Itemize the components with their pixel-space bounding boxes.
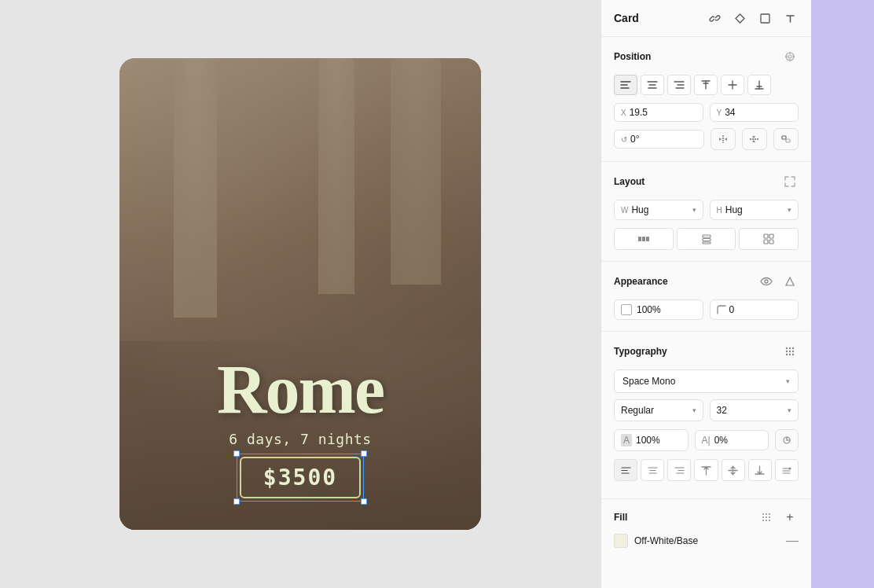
scale-tracking-row: A 100% A| 0% xyxy=(614,429,799,451)
svg-point-41 xyxy=(792,347,794,349)
height-label: H xyxy=(717,206,722,215)
svg-point-46 xyxy=(789,354,791,355)
corner-radius-icon xyxy=(717,305,726,314)
width-label: W xyxy=(621,206,628,215)
price-tag[interactable]: $3500 xyxy=(240,457,361,498)
svg-point-45 xyxy=(786,354,788,355)
handle-top-right[interactable] xyxy=(361,450,367,457)
svg-point-72 xyxy=(769,513,770,515)
x-input[interactable] xyxy=(630,107,696,118)
horizontal-layout-btn[interactable] xyxy=(614,228,674,250)
svg-rect-33 xyxy=(703,242,711,244)
rotation-input-group[interactable]: ↺ xyxy=(614,130,704,149)
scale-value: 100% xyxy=(636,435,660,446)
canvas: Rome 6 days, 7 nights $3500 xyxy=(0,0,600,588)
font-weight-value: Regular xyxy=(621,405,692,416)
scale-group[interactable]: A 100% xyxy=(614,429,689,451)
corner-group[interactable]: 0 xyxy=(710,300,799,320)
svg-point-2 xyxy=(788,55,791,58)
x-input-group[interactable]: X xyxy=(614,103,703,122)
square-icon[interactable] xyxy=(756,9,773,27)
appearance-controls: 100% 0 xyxy=(614,300,799,320)
position-title: Position xyxy=(614,51,651,62)
appearance-section: Appearance 100% xyxy=(601,262,811,332)
diamond-icon[interactable] xyxy=(731,9,748,27)
align-bottom-btn[interactable] xyxy=(747,75,771,95)
font-size-chevron: ▾ xyxy=(788,406,791,414)
svg-rect-26 xyxy=(782,136,786,139)
layout-header: Layout xyxy=(614,173,799,190)
flip-v-icon[interactable] xyxy=(742,128,767,150)
text-valign-middle-btn[interactable] xyxy=(722,459,745,481)
scale-icon: A xyxy=(621,434,632,447)
corner-value: 0 xyxy=(729,304,735,315)
handle-bottom-left[interactable] xyxy=(233,498,240,505)
align-right-btn[interactable] xyxy=(667,75,691,95)
handle-bottom-right[interactable] xyxy=(361,498,367,505)
blend-icon[interactable] xyxy=(781,273,799,290)
align-top-btn[interactable] xyxy=(694,75,718,95)
y-label: Y xyxy=(717,108,722,117)
grid-layout-btn[interactable] xyxy=(739,228,799,250)
x-label: X xyxy=(621,108,626,117)
right-panel: Card xyxy=(600,0,811,588)
link-icon[interactable] xyxy=(706,9,723,27)
align-middle-btn[interactable] xyxy=(721,75,744,95)
text-valign-top-btn[interactable] xyxy=(694,459,718,481)
transform-icon[interactable] xyxy=(773,128,799,150)
svg-point-69 xyxy=(789,467,791,469)
y-input[interactable] xyxy=(725,107,791,118)
header-icons xyxy=(706,9,799,27)
trip-duration: 6 days, 7 nights xyxy=(229,431,371,447)
fill-header-icons: + xyxy=(758,509,799,526)
height-value: Hug xyxy=(725,204,788,215)
visibility-icon[interactable] xyxy=(758,273,775,290)
font-size-value: 32 xyxy=(717,405,788,416)
typography-options-icon[interactable] xyxy=(781,343,799,360)
text-options-btn[interactable] xyxy=(775,459,799,481)
rotation-input[interactable] xyxy=(630,134,662,145)
font-weight-select[interactable]: Regular ▾ xyxy=(614,399,703,421)
svg-rect-32 xyxy=(703,239,711,241)
svg-point-74 xyxy=(766,516,767,518)
text-valign-bottom-btn[interactable] xyxy=(748,459,772,481)
flip-h-icon[interactable] xyxy=(711,128,736,150)
text-icon[interactable] xyxy=(781,9,799,27)
height-select[interactable]: H Hug ▾ xyxy=(710,200,799,220)
svg-point-70 xyxy=(762,513,764,515)
svg-rect-27 xyxy=(786,139,790,142)
text-align-left-btn[interactable] xyxy=(614,459,637,481)
layout-wh-row: W Hug ▾ H Hug ▾ xyxy=(614,200,799,220)
fill-add-icon[interactable]: + xyxy=(781,509,799,526)
expand-icon[interactable] xyxy=(781,173,799,190)
fill-grid-icon[interactable] xyxy=(758,509,775,526)
handle-top-left[interactable] xyxy=(233,450,240,457)
y-input-group[interactable]: Y xyxy=(710,103,799,122)
align-left-btn[interactable] xyxy=(614,75,637,95)
font-size-select[interactable]: 32 ▾ xyxy=(710,399,799,421)
alignment-row xyxy=(614,75,799,95)
appearance-title: Appearance xyxy=(614,276,668,287)
card-preview[interactable]: Rome 6 days, 7 nights $3500 xyxy=(119,58,481,530)
opacity-group[interactable]: 100% xyxy=(614,300,703,320)
tracking-group[interactable]: A| 0% xyxy=(695,430,769,450)
align-center-btn[interactable] xyxy=(641,75,664,95)
text-align-center-btn[interactable] xyxy=(641,459,664,481)
text-align-row xyxy=(614,459,799,481)
svg-point-39 xyxy=(786,347,788,349)
svg-point-43 xyxy=(789,351,791,352)
font-family-select[interactable]: Space Mono ▾ xyxy=(614,369,799,393)
width-select[interactable]: W Hug ▾ xyxy=(614,200,703,220)
fill-remove-btn[interactable]: — xyxy=(786,534,799,548)
text-align-right-btn[interactable] xyxy=(667,459,691,481)
svg-point-78 xyxy=(769,520,770,521)
panel-header: Card xyxy=(601,0,811,37)
target-icon[interactable] xyxy=(781,48,799,65)
stack-layout-btn[interactable] xyxy=(677,228,736,250)
appearance-icons xyxy=(758,273,799,290)
svg-rect-28 xyxy=(638,237,641,241)
letter-spacing-icon[interactable] xyxy=(775,429,799,451)
checkbox-icon[interactable] xyxy=(621,304,632,315)
fill-color-swatch[interactable] xyxy=(614,534,628,548)
width-value: Hug xyxy=(631,204,692,215)
